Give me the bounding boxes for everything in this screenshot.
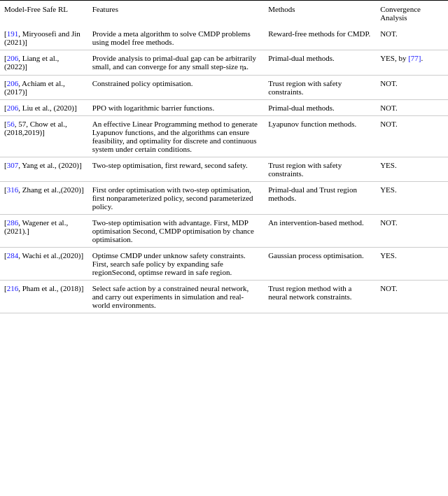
cell-ref: [286, Wagener et al., (2021).] — [0, 215, 88, 248]
cell-features: PPO with logarithmic barrier functions. — [88, 100, 264, 116]
cell-convergence: YES, by [77]. — [376, 50, 448, 76]
ref-content: [284, Wachi et al.,(2020)] — [4, 251, 83, 260]
cell-methods: An intervention-based method. — [264, 215, 376, 248]
cell-methods: Gaussian process optimisation. — [264, 248, 376, 281]
ref-link[interactable]: 191 — [7, 29, 19, 38]
cell-features: Two-step optimisation with advantage. Fi… — [88, 215, 264, 248]
table-row: [216, Pham et al., (2018)]Select safe ac… — [0, 281, 448, 313]
cell-ref: [56, 57, Chow et al., (2018,2019)] — [0, 116, 88, 157]
cell-features: Optimse CMDP under unknow safety constra… — [88, 248, 264, 281]
header-methods: Methods — [264, 1, 376, 27]
cell-convergence: NOT. — [376, 281, 448, 313]
cell-convergence: NOT. — [376, 116, 448, 157]
table-row: [284, Wachi et al.,(2020)]Optimse CMDP u… — [0, 248, 448, 281]
table-header-row: Model-Free Safe RL Features Methods Conv… — [0, 1, 448, 27]
cell-features: Provide analysis to primal-dual gap can … — [88, 50, 264, 76]
table-row: [206, Achiam et al., (2017)]Constrained … — [0, 76, 448, 100]
cell-methods: Primal-dual methods. — [264, 100, 376, 116]
cell-features: Select safe action by a constrained neur… — [88, 281, 264, 313]
convergence-ref-link[interactable]: [77] — [408, 54, 421, 62]
ref-link[interactable]: 286 — [7, 218, 19, 227]
main-table: Model-Free Safe RL Features Methods Conv… — [0, 0, 448, 313]
cell-convergence: NOT. — [376, 215, 448, 248]
cell-methods: Primal-dual methods. — [264, 50, 376, 76]
ref-link[interactable]: 216 — [7, 284, 19, 292]
cell-ref: [284, Wachi et al.,(2020)] — [0, 248, 88, 281]
cell-features: Provide a meta algorithm to solve CMDP p… — [88, 26, 264, 50]
cell-features: Constrained policy optimisation. — [88, 76, 264, 100]
ref-content: [56, 57, Chow et al., (2018,2019)] — [4, 120, 67, 136]
header-ref: Model-Free Safe RL — [0, 1, 88, 27]
ref-link[interactable]: 206 — [7, 54, 19, 62]
cell-methods: Trust region with safety constraints. — [264, 157, 376, 182]
table-row: [191, Miryoosefi and Jin (2021)]Provide … — [0, 26, 448, 50]
cell-convergence: NOT. — [376, 76, 448, 100]
ref-link[interactable]: 206 — [7, 104, 19, 112]
cell-convergence: YES. — [376, 157, 448, 182]
header-features: Features — [88, 1, 264, 27]
table-row: [56, 57, Chow et al., (2018,2019)]An eff… — [0, 116, 448, 157]
cell-features: An effective Linear Programming method t… — [88, 116, 264, 157]
cell-ref: [316, Zhang et al.,(2020)] — [0, 182, 88, 215]
table-row: [307, Yang et al., (2020)]Two-step optim… — [0, 157, 448, 182]
cell-convergence: NOT. — [376, 26, 448, 50]
cell-ref: [216, Pham et al., (2018)] — [0, 281, 88, 313]
cell-methods: Trust region with safety constraints. — [264, 76, 376, 100]
cell-convergence: NOT. — [376, 100, 448, 116]
cell-methods: Trust region method with a neural networ… — [264, 281, 376, 313]
ref-content: [216, Pham et al., (2018)] — [4, 284, 83, 292]
cell-convergence: YES. — [376, 248, 448, 281]
ref-link[interactable]: 284 — [7, 251, 19, 260]
cell-ref: [307, Yang et al., (2020)] — [0, 157, 88, 182]
ref-content: [206, Liang et al., (2022)] — [4, 54, 59, 71]
cell-methods: Primal-dual and Trust region methods. — [264, 182, 376, 215]
ref-content: [286, Wagener et al., (2021).] — [4, 218, 68, 235]
table-row: [206, Liu et al., (2020)]PPO with logari… — [0, 100, 448, 116]
header-convergence: Convergence Analysis — [376, 1, 448, 27]
cell-ref: [206, Liu et al., (2020)] — [0, 100, 88, 116]
ref-link[interactable]: 206 — [7, 79, 19, 87]
cell-features: First order optimisation with two-step o… — [88, 182, 264, 215]
table-row: [206, Liang et al., (2022)]Provide analy… — [0, 50, 448, 76]
table-row: [316, Zhang et al.,(2020)]First order op… — [0, 182, 448, 215]
ref-content: [206, Liu et al., (2020)] — [4, 104, 77, 112]
ref-content: [206, Achiam et al., (2017)] — [4, 79, 65, 96]
cell-methods: Reward-free methods for CMDP. — [264, 26, 376, 50]
table-row: [286, Wagener et al., (2021).]Two-step o… — [0, 215, 448, 248]
ref-content: [316, Zhang et al.,(2020)] — [4, 185, 84, 194]
cell-features: Two-step optimisation, first reward, sec… — [88, 157, 264, 182]
cell-ref: [206, Achiam et al., (2017)] — [0, 76, 88, 100]
ref-link[interactable]: 316 — [7, 185, 19, 194]
cell-convergence: YES. — [376, 182, 448, 215]
cell-methods: Lyapunov function methods. — [264, 116, 376, 157]
ref-link[interactable]: 56 — [7, 120, 15, 128]
cell-ref: [191, Miryoosefi and Jin (2021)] — [0, 26, 88, 50]
ref-link[interactable]: 307 — [7, 161, 19, 169]
cell-ref: [206, Liang et al., (2022)] — [0, 50, 88, 76]
ref-content: [307, Yang et al., (2020)] — [4, 161, 82, 169]
ref-content: [191, Miryoosefi and Jin (2021)] — [4, 29, 80, 46]
